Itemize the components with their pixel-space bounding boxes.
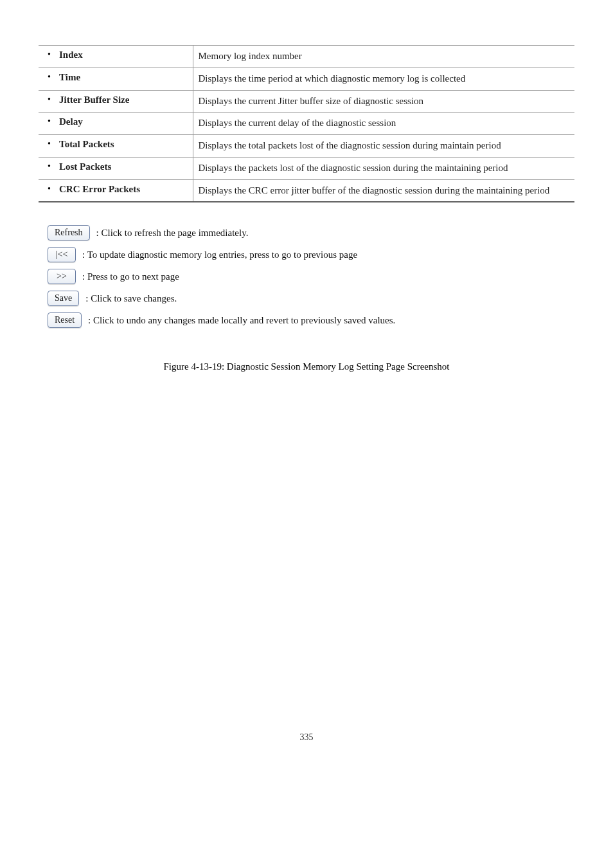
next-caption: : Press to go to next page <box>82 271 179 282</box>
figure-caption: Figure 4-13-19: Diagnostic Session Memor… <box>39 361 574 372</box>
refresh-caption: : Click to refresh the page immediately. <box>96 228 249 239</box>
term-desc: Displays the current delay of the diagno… <box>193 113 574 135</box>
table-row: CRC Error Packets Displays the CRC error… <box>39 179 574 203</box>
term-label: Time <box>59 72 80 82</box>
prev-caption: : To update diagnostic memory log entrie… <box>82 249 357 260</box>
term-label: Jitter Buffer Size <box>59 95 129 105</box>
refresh-button[interactable]: Refresh <box>48 225 90 240</box>
term-desc: Displays the packets lost of the diagnos… <box>193 157 574 179</box>
term-label: Delay <box>59 116 83 127</box>
term-desc: Displays the current Jitter buffer size … <box>193 90 574 113</box>
prev-page-button[interactable]: |<< <box>48 247 76 262</box>
term-desc: Displays the time period at which diagno… <box>193 68 574 90</box>
buttons-block: Refresh : Click to refresh the page imme… <box>48 225 574 328</box>
term-label: Index <box>59 50 83 60</box>
save-caption: : Click to save changes. <box>85 293 177 304</box>
page-number: 335 <box>39 732 574 743</box>
next-page-button[interactable]: >> <box>48 269 76 284</box>
save-button[interactable]: Save <box>48 291 79 306</box>
term-desc: Memory log index number <box>193 46 574 68</box>
definition-table: Index Memory log index number Time Displ… <box>39 45 574 203</box>
term-label: CRC Error Packets <box>59 184 140 194</box>
table-row: Total Packets Displays the total packets… <box>39 135 574 158</box>
term-label: Lost Packets <box>59 161 111 172</box>
table-row: Jitter Buffer Size Displays the current … <box>39 90 574 113</box>
term-desc: Displays the total packets lost of the d… <box>193 135 574 158</box>
term-label: Total Packets <box>59 139 114 149</box>
table-row: Index Memory log index number <box>39 46 574 68</box>
table-row: Time Displays the time period at which d… <box>39 68 574 90</box>
table-row: Lost Packets Displays the packets lost o… <box>39 157 574 179</box>
reset-button[interactable]: Reset <box>48 312 82 328</box>
term-desc: Displays the CRC error jitter buffer of … <box>193 179 574 203</box>
table-row: Delay Displays the current delay of the … <box>39 113 574 135</box>
reset-caption: : Click to undo any changes made locally… <box>88 315 395 326</box>
